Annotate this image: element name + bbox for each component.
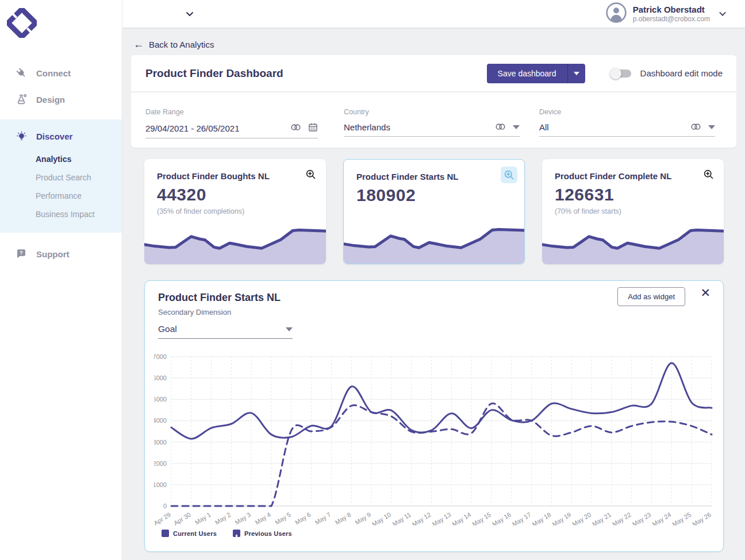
legend-label: Current Users [173, 530, 217, 537]
svg-text:May 10: May 10 [371, 511, 392, 526]
caret-down-icon[interactable] [708, 125, 715, 129]
sidebar-item-label: Support [36, 249, 70, 259]
svg-text:7000: 7000 [154, 353, 167, 360]
chart-detail-panel: Product Finder Starts NL Secondary Dimen… [144, 280, 724, 552]
save-dashboard-dropdown-button[interactable] [567, 64, 585, 83]
stat-card-boughts[interactable]: Product Finder Boughts NL 44320 (35% of … [144, 159, 326, 264]
user-chevron-down-icon [719, 9, 725, 16]
caret-down-icon[interactable] [513, 125, 520, 129]
svg-text:0: 0 [163, 503, 167, 509]
caret-down-icon [286, 327, 293, 331]
help-bubble-icon: ? [15, 248, 28, 260]
sidebar-item-label: Connect [36, 68, 71, 78]
avatar [606, 2, 627, 25]
svg-text:Apr 29: Apr 29 [154, 511, 172, 526]
sidebar-item-discover[interactable]: Discover [0, 123, 122, 150]
caret-down-icon [574, 72, 579, 75]
svg-text:May 1: May 1 [194, 511, 212, 526]
date-range-filter[interactable]: Date Range 29/04/2021 - 26/05/2021 [145, 108, 318, 138]
zoom-in-icon[interactable] [700, 166, 717, 183]
flask-icon [15, 94, 28, 105]
close-icon[interactable]: ✕ [700, 287, 711, 299]
svg-text:May 8: May 8 [334, 511, 352, 526]
svg-text:May 22: May 22 [611, 511, 632, 526]
dashboard-header-card: Product Finder Dashboard Save dashboard … [131, 55, 736, 148]
calendar-icon[interactable] [308, 122, 318, 134]
back-to-analytics-link[interactable]: ← Back to Analytics [133, 39, 214, 49]
svg-text:May 24: May 24 [651, 511, 672, 526]
stat-card-complete[interactable]: Product Finder Complete NL 126631 (70% o… [542, 159, 724, 264]
svg-text:3000: 3000 [154, 439, 167, 446]
svg-text:6000: 6000 [154, 374, 167, 381]
plug-icon [15, 67, 28, 79]
svg-text:May 12: May 12 [411, 511, 432, 526]
svg-text:May 25: May 25 [671, 511, 692, 526]
save-dashboard-split-button: Save dashboard [487, 64, 585, 83]
country-filter[interactable]: Country Netherlands [344, 108, 520, 138]
user-name: Patrick Oberstadt [633, 5, 710, 14]
user-menu[interactable]: Patrick Oberstadt p.oberstadt@crobox.com [606, 2, 745, 25]
sidebar-item-performance[interactable]: Performance [0, 187, 122, 205]
svg-text:5000: 5000 [154, 396, 167, 403]
sparkline-chart [144, 221, 326, 264]
legend-item-previous-users: Previous Users [233, 530, 292, 537]
legend-label: Previous Users [244, 530, 292, 537]
dashboard-edit-mode-toggle[interactable] [612, 69, 631, 78]
legend-item-current-users: Current Users [162, 530, 217, 537]
stat-card-value: 180902 [356, 186, 524, 205]
filter-label: Country [344, 108, 520, 116]
device-filter[interactable]: Device All [539, 108, 715, 138]
sidebar-item-design[interactable]: Design [0, 86, 122, 113]
svg-text:May 13: May 13 [431, 511, 452, 526]
sidebar-item-product-search[interactable]: Product Search [0, 168, 122, 187]
stat-card-title: Product Finder Boughts NL [157, 171, 326, 181]
toggle-knob [610, 68, 621, 79]
filter-label: Date Range [145, 108, 318, 116]
svg-text:May 2: May 2 [214, 511, 232, 526]
sidebar-item-business-impact[interactable]: Business Impact [0, 205, 122, 223]
stat-card-subtitle [356, 208, 524, 216]
stat-card-value: 126631 [555, 185, 724, 204]
dimension-select[interactable]: Goal [158, 324, 293, 339]
sidebar-item-connect[interactable]: Connect [0, 60, 122, 86]
zoom-in-icon[interactable] [302, 166, 319, 183]
save-dashboard-button[interactable]: Save dashboard [487, 64, 567, 83]
back-arrow-icon: ← [133, 39, 144, 49]
svg-text:4000: 4000 [154, 417, 167, 424]
link-icon[interactable] [290, 123, 301, 133]
sidebar-item-label: Discover [36, 132, 72, 141]
sidebar-item-label: Design [36, 95, 65, 105]
svg-text:1000: 1000 [154, 481, 167, 488]
svg-text:May 15: May 15 [471, 511, 492, 526]
svg-text:May 7: May 7 [314, 511, 332, 526]
stat-card-starts[interactable]: Product Finder Starts NL 180902 [343, 159, 525, 264]
zoom-in-icon[interactable] [501, 167, 517, 183]
line-chart: 01000200030004000500060007000Apr 29Apr 3… [154, 350, 715, 526]
svg-text:?: ? [20, 249, 23, 256]
add-as-widget-button[interactable]: Add as widget [617, 287, 685, 306]
device-value: All [539, 122, 683, 132]
svg-text:May 3: May 3 [234, 511, 252, 526]
link-icon[interactable] [495, 122, 506, 132]
sidebar-item-analytics[interactable]: Analytics [0, 150, 122, 168]
filter-label: Device [539, 108, 715, 116]
svg-text:May 26: May 26 [691, 511, 712, 526]
page-title: Product Finder Dashboard [145, 67, 283, 80]
sparkline-chart [542, 221, 724, 264]
sidebar-item-support[interactable]: ? Support [0, 241, 122, 267]
secondary-dimension-label: Secondary Dimension [158, 308, 723, 316]
dashboard-header-row: Product Finder Dashboard Save dashboard … [131, 55, 736, 92]
svg-text:2000: 2000 [154, 460, 167, 467]
date-range-value: 29/04/2021 - 26/05/2021 [145, 123, 283, 133]
svg-text:May 19: May 19 [551, 511, 572, 526]
link-icon[interactable] [690, 122, 701, 132]
stat-card-title: Product Finder Complete NL [555, 171, 724, 181]
workspace-chevron-down-icon[interactable] [186, 9, 194, 19]
stat-card-title: Product Finder Starts NL [356, 172, 524, 181]
svg-text:May 18: May 18 [531, 511, 552, 526]
lightbulb-icon [15, 130, 28, 142]
svg-text:May 23: May 23 [631, 511, 652, 526]
svg-text:May 21: May 21 [591, 511, 612, 526]
svg-text:May 16: May 16 [491, 511, 512, 526]
filters-row: Date Range 29/04/2021 - 26/05/2021 Count… [131, 92, 736, 138]
